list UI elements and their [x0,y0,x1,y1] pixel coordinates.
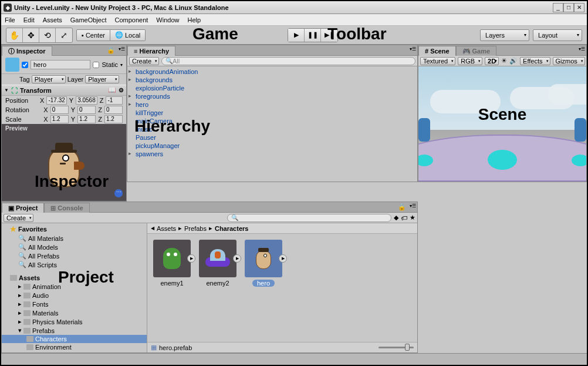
menu-help[interactable]: Help [187,16,201,23]
tree-folder-Audio[interactable]: ▸ Audio [2,291,147,300]
hierarchy-item-explosionParticle[interactable]: explosionParticle [127,84,417,92]
tree-folder-Animation[interactable]: ▸ Animation [2,282,147,291]
project-tree[interactable]: ★ Favorites🔍 All Materials🔍 All Models🔍 … [2,223,147,352]
tree-fav-AllPrefabs[interactable]: 🔍 All Prefabs [2,251,147,260]
asset-enemy2[interactable]: ▶enemy2 [199,240,236,287]
hierarchy-tab[interactable]: ≡ Hierarchy [127,46,175,56]
thumbnail-size-slider[interactable] [379,347,414,348]
rotation-x-input[interactable]: 0 [50,106,69,114]
rotate-tool-button[interactable]: ⟲ [39,28,56,42]
tree-fav-AllModels[interactable]: 🔍 All Models [2,243,147,251]
game-tab[interactable]: 🎮 Game [456,46,497,56]
scene-2d-toggle[interactable]: 2D [485,57,499,65]
breadcrumb-back-icon[interactable]: ◀ [151,226,154,231]
menu-assets[interactable]: Assets [43,16,62,23]
play-button[interactable]: ▶ [288,29,305,42]
gear-icon[interactable]: ⚙ [119,87,124,93]
scale-x-input[interactable]: 1.2 [50,115,69,123]
layer-dropdown[interactable]: Player [85,75,119,83]
step-button[interactable]: ▶❚ [321,29,337,42]
menu-file[interactable]: File [5,16,15,23]
menu-edit[interactable]: Edit [23,16,35,23]
hierarchy-item-backgrounds[interactable]: backgrounds [127,76,417,84]
asset-enemy1[interactable]: ▶enemy1 [153,240,191,287]
help-icon[interactable]: 📖 [108,86,116,94]
breadcrumb-assets[interactable]: Assets [157,225,176,232]
scale-z-input[interactable]: 1.2 [104,115,123,123]
project-lock-icon[interactable]: 🔒 [396,202,408,212]
project-tab[interactable]: ▣ Project [2,203,44,213]
project-create-dropdown[interactable]: Create [4,214,33,222]
pause-button[interactable]: ❚❚ [305,29,321,42]
tree-folder-PhysicsMaterials[interactable]: ▸ Physics Materials [2,317,147,326]
static-checkbox[interactable] [93,62,99,68]
inspector-lock-icon[interactable]: 🔒 [104,45,117,55]
scene-viewport[interactable]: Scene [418,66,586,182]
hierarchy-item-foregrounds[interactable]: foregrounds [127,92,417,100]
scene-gizmos-dropdown[interactable]: Gizmos [553,57,585,65]
minimize-button[interactable]: _ [553,3,563,12]
hierarchy-item-pickupManager[interactable]: pickupManager [127,142,417,150]
scene-effects-dropdown[interactable]: Effects [520,57,550,65]
preview-header[interactable]: Preview [2,124,126,133]
tree-folder-Fonts[interactable]: ▸ Fonts [2,300,147,308]
pivot-center-button[interactable]: ▪ Center [76,29,110,41]
hierarchy-item-Pauser[interactable]: Pauser [127,133,417,142]
panel-menu-icon[interactable]: ▾☰ [408,45,417,55]
scene-audio-icon[interactable]: 🔊 [509,57,518,65]
rotation-z-input[interactable]: 0 [104,106,123,114]
breadcrumb-characters[interactable]: Characters [215,225,248,232]
gameobject-name-input[interactable]: hero [31,60,90,69]
scene-light-icon[interactable]: ☀ [501,57,507,65]
inspector-panel-menu-icon[interactable]: ▾☰ [117,45,126,55]
menu-window[interactable]: Window [156,16,179,23]
tree-assets[interactable]: Assets [2,274,147,282]
hierarchy-item-hero[interactable]: hero [127,100,417,109]
play-badge-icon[interactable]: ▶ [187,254,195,263]
tree-folder-Environment[interactable]: Environment [2,343,147,351]
move-tool-button[interactable]: ✥ [23,28,39,42]
hierarchy-item-backgroundAnimation[interactable]: backgroundAnimation [127,68,417,76]
scene-panel-menu-icon[interactable]: ▾☰ [577,45,586,55]
tree-folder-Characters[interactable]: Characters [2,335,147,343]
scene-shading-dropdown[interactable]: Textured [420,57,455,65]
preview-menu-icon[interactable]: ⋯ [114,189,123,197]
position-x-input[interactable]: -17.32 [46,96,66,105]
tree-folder-Materials[interactable]: ▸ Materials [2,308,147,317]
maximize-button[interactable]: □ [563,3,574,12]
pivot-local-button[interactable]: 🌐 Local [110,29,146,41]
hierarchy-list[interactable]: backgroundAnimationbackgroundsexplosionP… [127,66,417,182]
gameobject-active-checkbox[interactable] [22,62,28,68]
asset-grid[interactable]: ▶enemy1▶enemy2▶hero [147,234,417,342]
tree-fav-AllScripts[interactable]: 🔍 All Scripts [2,260,147,269]
play-badge-icon[interactable]: ▶ [233,254,241,263]
tag-dropdown[interactable]: Player [32,75,66,83]
project-search-input[interactable]: 🔍 [227,214,391,222]
hierarchy-item-mainCamera[interactable]: mainCamera [127,117,417,125]
project-panel-menu-icon[interactable]: ▾☰ [408,202,417,212]
scene-render-dropdown[interactable]: RGB [458,57,482,65]
scale-y-input[interactable]: 1.2 [77,115,96,123]
menu-component[interactable]: Component [114,16,148,23]
tree-folder-prefabs[interactable]: ▾ Prefabs [2,326,147,335]
transform-component-header[interactable]: ⛶Transform 📖⚙ [2,85,126,96]
hierarchy-item-music[interactable]: music [127,125,417,133]
position-z-input[interactable]: -1 [106,96,123,105]
hand-tool-button[interactable]: ✋ [6,28,23,42]
close-button[interactable]: ✕ [574,3,584,12]
search-filter-icon[interactable]: ◆ [394,214,398,221]
hierarchy-item-spawners[interactable]: spawners [127,150,417,158]
hierarchy-item-killTrigger[interactable]: killTrigger [127,109,417,117]
inspector-tab[interactable]: ⓘ Inspector [2,46,52,56]
breadcrumb-prefabs[interactable]: Prefabs [184,225,207,232]
rotation-y-input[interactable]: 0 [77,106,96,114]
position-y-input[interactable]: 3.0568 [76,96,97,105]
preview-viewport[interactable]: ⋯ [2,133,126,201]
layout-dropdown[interactable]: Layout [533,29,582,41]
menu-gameobject[interactable]: GameObject [70,16,107,23]
hierarchy-create-dropdown[interactable]: Create [129,57,159,65]
tree-favorites[interactable]: ★ Favorites [2,224,147,234]
gameobject-icon[interactable] [5,58,19,72]
scale-tool-button[interactable]: ⤢ [56,28,72,42]
search-star-icon[interactable]: ★ [410,214,415,221]
